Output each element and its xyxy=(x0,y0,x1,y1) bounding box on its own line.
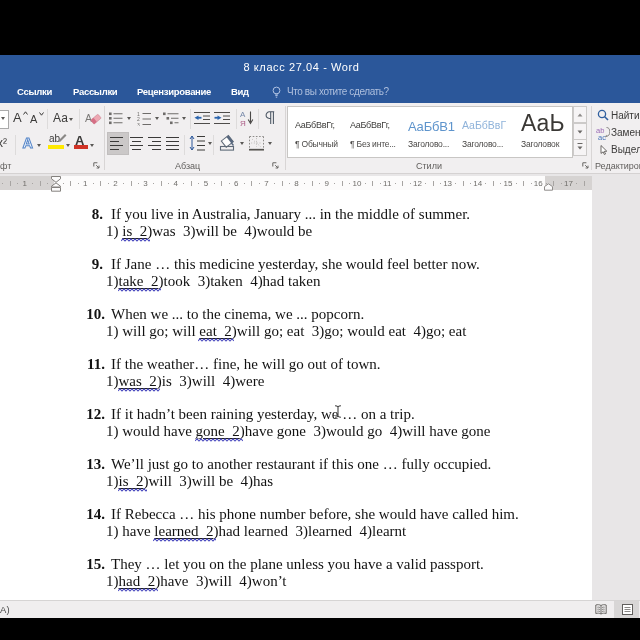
shrink-font-button[interactable]: А xyxy=(30,113,37,125)
style-item-2[interactable]: АаБбВ1Заголово... xyxy=(408,107,460,157)
text-segment: )have gone 3)would go 4)will have gone xyxy=(240,423,491,439)
text-segment: )had learned 3)learned 4)learnt xyxy=(213,523,406,539)
style-label: ¶ Без инте... xyxy=(350,139,396,149)
ruler-tick xyxy=(433,181,434,186)
group-separator xyxy=(190,109,191,129)
answer-line[interactable]: 1)had 2)have 3)will 4)won’t xyxy=(106,573,287,590)
styles-gallery-down-button[interactable] xyxy=(573,123,587,140)
bullets-button[interactable] xyxy=(109,112,123,125)
increase-indent-button[interactable] xyxy=(214,111,231,125)
select-button[interactable]: Выделить xyxy=(611,144,640,155)
borders-button[interactable] xyxy=(249,136,264,151)
question-line[interactable]: 13.We’ll just go to another restaurant i… xyxy=(111,456,491,473)
question-line[interactable]: 8.If you live in Australia, January ... … xyxy=(111,206,470,223)
find-button[interactable]: Найти xyxy=(611,110,640,121)
ruler-tick xyxy=(312,181,313,186)
question-line[interactable]: 12.If it hadn’t been raining yesterday, … xyxy=(111,406,415,423)
multilevel-arrow[interactable] xyxy=(182,117,186,120)
ruler-tick xyxy=(214,183,215,184)
style-label: Заголово... xyxy=(462,139,503,149)
bullets-arrow[interactable] xyxy=(127,117,131,120)
line-spacing-button[interactable] xyxy=(189,135,205,151)
find-icon[interactable] xyxy=(597,109,610,122)
font-size-dropdown-arrow[interactable] xyxy=(1,117,5,120)
clear-formatting-button[interactable]: А xyxy=(85,110,102,126)
align-right-button[interactable] xyxy=(148,137,162,150)
ribbon-tab-0[interactable]: Ссылки xyxy=(17,86,52,97)
font-color-arrow[interactable] xyxy=(90,144,94,147)
superscript-button[interactable]: х² xyxy=(0,136,7,150)
highlight-arrow[interactable] xyxy=(66,144,70,147)
page[interactable]: 8.If you live in Australia, January ... … xyxy=(0,190,592,600)
question-line[interactable]: 9.If Jane … this medicine yesterday, she… xyxy=(111,256,480,273)
text-effects-arrow[interactable] xyxy=(37,144,41,147)
answer-line[interactable]: 1)is 2)will 3)will be 4)has xyxy=(106,473,273,490)
change-case-button[interactable]: Аа xyxy=(53,111,68,125)
language-indicator[interactable]: АНГЛИЙСКИЙ (США) xyxy=(0,604,5,615)
multilevel-list-button[interactable] xyxy=(163,112,179,125)
style-item-4[interactable]: АаЬЗаголовок xyxy=(521,107,571,157)
replace-icon[interactable]: ab ac xyxy=(596,126,610,140)
style-item-0[interactable]: АаБбВвГг,¶ Обычный xyxy=(295,107,348,157)
numbering-button[interactable]: 1 2 3 xyxy=(137,111,152,126)
change-case-arrow[interactable] xyxy=(69,118,73,121)
borders-arrow[interactable] xyxy=(268,142,272,145)
question-line[interactable]: 14.If Rebecca … his phone number before,… xyxy=(111,506,519,523)
paragraph-dialog-launcher[interactable] xyxy=(272,162,280,170)
numbering-arrow[interactable] xyxy=(155,117,159,120)
answer-line[interactable]: 1) will go; will eat 2)will go; eat 3)go… xyxy=(106,323,466,340)
question-line[interactable]: 10.When we ... to the cinema, we ... pop… xyxy=(111,306,364,323)
text-segment: )took 3)taken 4)had taken xyxy=(158,273,320,289)
decrease-indent-button[interactable] xyxy=(194,111,211,125)
ruler-tick xyxy=(319,183,320,184)
ribbon-tab-3[interactable]: Вид xyxy=(231,86,249,97)
ruler-tick xyxy=(440,183,441,184)
tell-me-box[interactable]: Что вы хотите сделать? xyxy=(287,86,389,97)
indent-markers[interactable] xyxy=(51,176,62,192)
answer-line[interactable]: 1) have learned 2)had learned 3)learned … xyxy=(106,523,406,540)
question-line[interactable]: 11.If the weather… fine, he will go out … xyxy=(111,356,381,373)
font-color-bar xyxy=(74,145,88,149)
answer-line[interactable]: 1) would have gone 2)have gone 3)would g… xyxy=(106,423,491,440)
styles-gallery-more-button[interactable] xyxy=(573,139,587,156)
replace-button[interactable]: Заменить xyxy=(611,127,640,138)
line-spacing-arrow[interactable] xyxy=(208,142,212,145)
sort-button[interactable]: А Я xyxy=(240,109,254,127)
ruler-number: 4 xyxy=(174,179,178,188)
text-effects-button[interactable]: А xyxy=(21,134,37,150)
read-mode-button[interactable] xyxy=(588,601,613,618)
align-left-button[interactable] xyxy=(110,137,124,150)
style-item-3[interactable]: АаБбВвГЗаголово... xyxy=(462,107,519,157)
status-bar: АНГЛИЙСКИЙ (США) xyxy=(0,600,640,619)
question-line[interactable]: 15.They … let you on the plane unless yo… xyxy=(111,556,484,573)
horizontal-ruler[interactable]: 12345678910111213141516171 xyxy=(0,176,592,190)
ribbon-tab-1[interactable]: Рассылки xyxy=(73,86,117,97)
grow-font-button[interactable]: А xyxy=(13,110,22,125)
font-dialog-launcher[interactable] xyxy=(93,162,101,170)
style-label: Заголовок xyxy=(521,139,559,149)
styles-dialog-launcher[interactable] xyxy=(582,162,590,170)
letterbox-top xyxy=(0,0,640,55)
align-center-button[interactable] xyxy=(130,137,144,150)
right-indent-marker[interactable] xyxy=(544,183,553,191)
ribbon-tab-2[interactable]: Рецензирование xyxy=(137,86,211,97)
print-layout-button[interactable] xyxy=(614,601,639,618)
highlight-color-bar xyxy=(48,145,64,149)
justify-button[interactable] xyxy=(166,137,180,150)
question-number: 15. xyxy=(86,556,105,573)
answer-line[interactable]: 1)was 2)is 3)will 4)were xyxy=(106,373,264,390)
ruler-tick xyxy=(523,181,524,186)
style-item-1[interactable]: АаБбВвГг,¶ Без инте... xyxy=(350,107,406,157)
answer-line[interactable]: 1) is 2)was 3)will be 4)would be xyxy=(106,223,312,240)
answer-line[interactable]: 1)take 2)took 3)taken 4)had taken xyxy=(106,273,321,290)
ibeam-cursor xyxy=(334,405,342,418)
font-group-label: фт xyxy=(0,161,11,171)
ruler-tick xyxy=(32,183,33,184)
text-segment: )have 3)will 4)won’t xyxy=(155,573,286,589)
text-segment: 1) xyxy=(106,473,119,489)
shading-arrow[interactable] xyxy=(240,142,244,145)
styles-gallery-up-button[interactable] xyxy=(573,106,587,123)
select-icon[interactable] xyxy=(600,145,608,155)
shading-button[interactable] xyxy=(219,133,237,152)
show-marks-button[interactable] xyxy=(265,111,275,125)
